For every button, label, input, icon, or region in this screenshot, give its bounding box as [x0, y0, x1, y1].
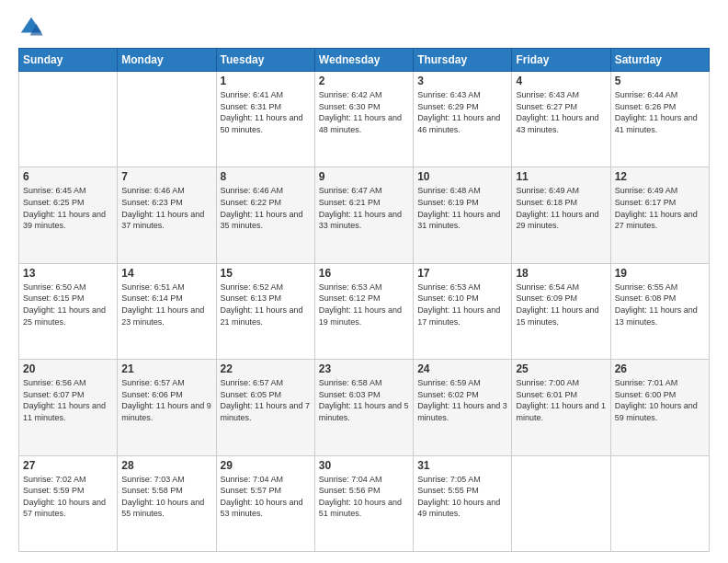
calendar-table: SundayMondayTuesdayWednesdayThursdayFrid…: [18, 48, 710, 552]
day-number: 6: [23, 170, 113, 183]
calendar-cell: 23Sunrise: 6:58 AM Sunset: 6:03 PM Dayli…: [314, 360, 413, 455]
calendar-cell: 18Sunrise: 6:54 AM Sunset: 6:09 PM Dayli…: [512, 263, 610, 359]
calendar-week-row: 20Sunrise: 6:56 AM Sunset: 6:07 PM Dayli…: [19, 360, 710, 455]
calendar-cell: 9Sunrise: 6:47 AM Sunset: 6:21 PM Daylig…: [314, 167, 413, 263]
calendar-cell: 21Sunrise: 6:57 AM Sunset: 6:06 PM Dayli…: [118, 360, 216, 455]
calendar-cell: 30Sunrise: 7:04 AM Sunset: 5:56 PM Dayli…: [314, 455, 413, 551]
calendar-cell: 2Sunrise: 6:42 AM Sunset: 6:30 PM Daylig…: [314, 72, 413, 167]
day-number: 10: [417, 170, 507, 183]
day-number: 24: [417, 362, 507, 375]
calendar-week-row: 13Sunrise: 6:50 AM Sunset: 6:15 PM Dayli…: [19, 263, 710, 359]
day-info: Sunrise: 6:53 AM Sunset: 6:10 PM Dayligh…: [417, 282, 507, 327]
day-info: Sunrise: 6:42 AM Sunset: 6:30 PM Dayligh…: [319, 89, 409, 135]
calendar-cell: 16Sunrise: 6:53 AM Sunset: 6:12 PM Dayli…: [314, 263, 413, 359]
day-info: Sunrise: 7:03 AM Sunset: 5:58 PM Dayligh…: [121, 474, 211, 520]
day-number: 12: [615, 170, 705, 183]
calendar-cell: 5Sunrise: 6:44 AM Sunset: 6:26 PM Daylig…: [610, 72, 709, 167]
day-info: Sunrise: 6:43 AM Sunset: 6:27 PM Dayligh…: [516, 89, 606, 135]
day-number: 7: [121, 170, 211, 183]
calendar-cell: 10Sunrise: 6:48 AM Sunset: 6:19 PM Dayli…: [414, 167, 512, 263]
weekday-header: Thursday: [414, 49, 512, 72]
day-number: 8: [221, 170, 311, 183]
calendar-cell: 4Sunrise: 6:43 AM Sunset: 6:27 PM Daylig…: [512, 72, 610, 167]
day-info: Sunrise: 7:04 AM Sunset: 5:56 PM Dayligh…: [319, 474, 409, 520]
calendar-cell: 15Sunrise: 6:52 AM Sunset: 6:13 PM Dayli…: [216, 263, 314, 359]
weekday-header: Saturday: [610, 49, 709, 72]
day-info: Sunrise: 6:52 AM Sunset: 6:13 PM Dayligh…: [221, 282, 311, 327]
calendar-cell: 14Sunrise: 6:51 AM Sunset: 6:14 PM Dayli…: [118, 263, 216, 359]
calendar-week-row: 27Sunrise: 7:02 AM Sunset: 5:59 PM Dayli…: [19, 455, 710, 551]
day-number: 18: [516, 267, 606, 280]
day-number: 20: [23, 362, 113, 375]
day-number: 21: [121, 362, 211, 375]
day-info: Sunrise: 6:59 AM Sunset: 6:02 PM Dayligh…: [417, 377, 507, 423]
weekday-header: Monday: [118, 49, 216, 72]
day-info: Sunrise: 6:46 AM Sunset: 6:23 PM Dayligh…: [121, 185, 211, 231]
day-number: 28: [121, 459, 211, 472]
calendar-week-row: 6Sunrise: 6:45 AM Sunset: 6:25 PM Daylig…: [19, 167, 710, 263]
calendar-cell: 8Sunrise: 6:46 AM Sunset: 6:22 PM Daylig…: [216, 167, 314, 263]
day-number: 11: [516, 170, 606, 183]
calendar-cell: [512, 455, 610, 551]
weekday-header: Tuesday: [216, 49, 314, 72]
header: [18, 15, 710, 40]
day-number: 3: [417, 75, 507, 87]
day-number: 15: [221, 267, 311, 280]
day-info: Sunrise: 6:49 AM Sunset: 6:18 PM Dayligh…: [516, 185, 606, 231]
calendar-cell: 11Sunrise: 6:49 AM Sunset: 6:18 PM Dayli…: [512, 167, 610, 263]
day-number: 17: [417, 267, 507, 280]
calendar-cell: [610, 455, 709, 551]
day-info: Sunrise: 6:51 AM Sunset: 6:14 PM Dayligh…: [121, 282, 211, 327]
day-number: 31: [417, 459, 507, 472]
day-number: 16: [319, 267, 409, 280]
day-info: Sunrise: 7:05 AM Sunset: 5:55 PM Dayligh…: [417, 474, 507, 520]
day-number: 22: [221, 362, 311, 375]
calendar-cell: 24Sunrise: 6:59 AM Sunset: 6:02 PM Dayli…: [414, 360, 512, 455]
calendar-week-row: 1Sunrise: 6:41 AM Sunset: 6:31 PM Daylig…: [19, 72, 710, 167]
day-info: Sunrise: 6:44 AM Sunset: 6:26 PM Dayligh…: [615, 89, 705, 135]
calendar-cell: [118, 72, 216, 167]
day-info: Sunrise: 6:45 AM Sunset: 6:25 PM Dayligh…: [23, 185, 113, 231]
day-info: Sunrise: 7:01 AM Sunset: 6:00 PM Dayligh…: [615, 377, 705, 423]
calendar-cell: 31Sunrise: 7:05 AM Sunset: 5:55 PM Dayli…: [414, 455, 512, 551]
calendar-cell: 6Sunrise: 6:45 AM Sunset: 6:25 PM Daylig…: [19, 167, 118, 263]
calendar-cell: 27Sunrise: 7:02 AM Sunset: 5:59 PM Dayli…: [19, 455, 118, 551]
day-info: Sunrise: 6:48 AM Sunset: 6:19 PM Dayligh…: [417, 185, 507, 231]
calendar-cell: 3Sunrise: 6:43 AM Sunset: 6:29 PM Daylig…: [414, 72, 512, 167]
calendar-cell: 12Sunrise: 6:49 AM Sunset: 6:17 PM Dayli…: [610, 167, 709, 263]
day-number: 25: [516, 362, 606, 375]
day-number: 19: [615, 267, 705, 280]
calendar-cell: 22Sunrise: 6:57 AM Sunset: 6:05 PM Dayli…: [216, 360, 314, 455]
logo-icon: [18, 15, 44, 40]
day-info: Sunrise: 6:57 AM Sunset: 6:05 PM Dayligh…: [221, 377, 311, 423]
day-number: 23: [319, 362, 409, 375]
day-info: Sunrise: 6:57 AM Sunset: 6:06 PM Dayligh…: [121, 377, 211, 423]
day-number: 1: [221, 75, 311, 87]
weekday-header: Wednesday: [314, 49, 413, 72]
day-info: Sunrise: 6:50 AM Sunset: 6:15 PM Dayligh…: [23, 282, 113, 327]
logo: [18, 15, 48, 40]
day-info: Sunrise: 6:47 AM Sunset: 6:21 PM Dayligh…: [319, 185, 409, 231]
day-number: 13: [23, 267, 113, 280]
calendar-header-row: SundayMondayTuesdayWednesdayThursdayFrid…: [19, 49, 710, 72]
calendar-cell: 7Sunrise: 6:46 AM Sunset: 6:23 PM Daylig…: [118, 167, 216, 263]
calendar-cell: 17Sunrise: 6:53 AM Sunset: 6:10 PM Dayli…: [414, 263, 512, 359]
calendar-cell: 1Sunrise: 6:41 AM Sunset: 6:31 PM Daylig…: [216, 72, 314, 167]
day-info: Sunrise: 6:43 AM Sunset: 6:29 PM Dayligh…: [417, 89, 507, 135]
day-info: Sunrise: 7:02 AM Sunset: 5:59 PM Dayligh…: [23, 474, 113, 520]
day-info: Sunrise: 6:58 AM Sunset: 6:03 PM Dayligh…: [319, 377, 409, 423]
calendar-cell: 13Sunrise: 6:50 AM Sunset: 6:15 PM Dayli…: [19, 263, 118, 359]
day-info: Sunrise: 7:00 AM Sunset: 6:01 PM Dayligh…: [516, 377, 606, 423]
day-info: Sunrise: 6:55 AM Sunset: 6:08 PM Dayligh…: [615, 282, 705, 327]
day-number: 4: [516, 75, 606, 87]
day-number: 5: [615, 75, 705, 87]
day-number: 14: [121, 267, 211, 280]
day-number: 27: [23, 459, 113, 472]
day-number: 26: [615, 362, 705, 375]
calendar-cell: 20Sunrise: 6:56 AM Sunset: 6:07 PM Dayli…: [19, 360, 118, 455]
calendar-cell: [19, 72, 118, 167]
day-info: Sunrise: 6:56 AM Sunset: 6:07 PM Dayligh…: [23, 377, 113, 423]
calendar-cell: 29Sunrise: 7:04 AM Sunset: 5:57 PM Dayli…: [216, 455, 314, 551]
day-number: 2: [319, 75, 409, 87]
calendar-cell: 19Sunrise: 6:55 AM Sunset: 6:08 PM Dayli…: [610, 263, 709, 359]
